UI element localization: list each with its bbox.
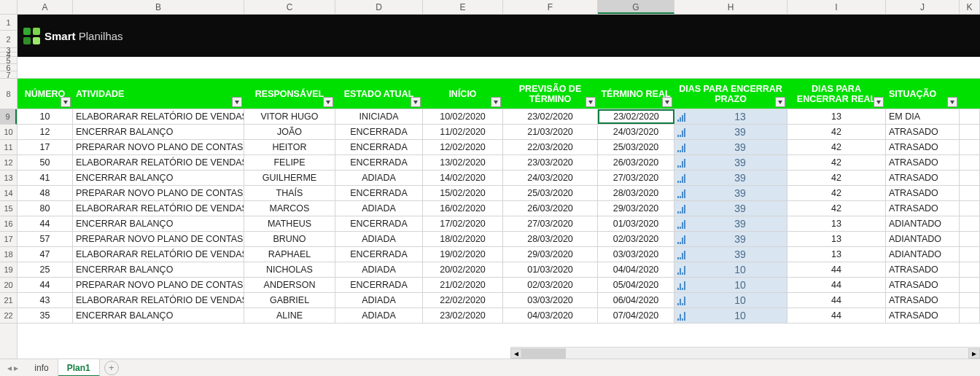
cell-inicio[interactable]: 23/02/2020: [423, 308, 503, 323]
cell-responsavel[interactable]: GABRIEL: [244, 293, 335, 308]
row-header-17[interactable]: 17: [0, 232, 17, 247]
cell-dias-real[interactable]: 13: [788, 109, 886, 124]
column-header-A[interactable]: A: [18, 0, 73, 14]
row-header-13[interactable]: 13: [0, 171, 17, 186]
cell-responsavel[interactable]: ALINE: [244, 308, 335, 323]
filter-icon[interactable]: [61, 97, 71, 107]
cell-dias-prazo[interactable]: 10: [674, 308, 788, 323]
horizontal-scrollbar[interactable]: ◂ ▸: [510, 347, 980, 359]
cell-numero[interactable]: 44: [18, 216, 73, 231]
cell-dias-real[interactable]: 44: [788, 308, 886, 323]
tab-info[interactable]: info: [26, 359, 58, 377]
cell-responsavel[interactable]: GUILHERME: [244, 171, 335, 185]
cell-termino[interactable]: 07/04/2020: [598, 308, 674, 323]
cell-previsao[interactable]: 24/03/2020: [503, 171, 598, 185]
cell-termino[interactable]: 28/03/2020: [598, 186, 674, 200]
column-header-B[interactable]: B: [73, 0, 244, 14]
cell-inicio[interactable]: 20/02/2020: [423, 262, 503, 277]
cell-situacao[interactable]: ATRASADO: [886, 125, 960, 139]
col-header-estado[interactable]: ESTADO ATUAL: [335, 79, 423, 109]
cell-dias-real[interactable]: 42: [788, 186, 886, 200]
cell-estado[interactable]: ENCERRADA: [335, 216, 423, 231]
cell-empty[interactable]: [960, 155, 980, 170]
cell-termino[interactable]: 27/03/2020: [598, 171, 674, 185]
select-all-corner[interactable]: [0, 0, 18, 14]
cell-numero[interactable]: 50: [18, 155, 73, 170]
cell-inicio[interactable]: 19/02/2020: [423, 247, 503, 262]
add-sheet-button[interactable]: +: [104, 361, 119, 375]
cell-situacao[interactable]: ATRASADO: [886, 293, 960, 308]
cell-empty[interactable]: [960, 186, 980, 200]
cell-empty[interactable]: [960, 201, 980, 216]
column-header-H[interactable]: H: [674, 0, 788, 14]
cell-termino[interactable]: 25/03/2020: [598, 140, 674, 154]
cell-atividade[interactable]: ELABORARAR RELATÓRIO DE VENDAS: [73, 201, 244, 216]
cell-termino[interactable]: 05/04/2020: [598, 278, 674, 292]
cell-responsavel[interactable]: RAPHAEL: [244, 247, 335, 262]
cell-atividade[interactable]: ENCERRAR BALANÇO: [73, 216, 244, 231]
cell-dias-prazo[interactable]: 39: [674, 155, 788, 170]
row-header-15[interactable]: 15: [0, 201, 17, 216]
cell-situacao[interactable]: ATRASADO: [886, 262, 960, 277]
cell-dias-prazo[interactable]: 10: [674, 262, 788, 277]
cell-numero[interactable]: 35: [18, 308, 73, 323]
row-header-19[interactable]: 19: [0, 262, 17, 278]
cell-estado[interactable]: INICIADA: [335, 109, 423, 124]
row-header-21[interactable]: 21: [0, 293, 17, 308]
cell-empty[interactable]: [960, 278, 980, 292]
cell-termino[interactable]: 24/03/2020: [598, 125, 674, 139]
cell-situacao[interactable]: ADIANTADO: [886, 247, 960, 262]
row-header-14[interactable]: 14: [0, 186, 17, 201]
cell-estado[interactable]: ENCERRADA: [335, 155, 423, 170]
cell-empty[interactable]: [960, 171, 980, 185]
cell-atividade[interactable]: ELABORARAR RELATÓRIO DE VENDAS: [73, 155, 244, 170]
cell-numero[interactable]: 47: [18, 247, 73, 262]
cell-situacao[interactable]: ATRASADO: [886, 140, 960, 154]
cell-responsavel[interactable]: VITOR HUGO: [244, 109, 335, 124]
cell-dias-prazo[interactable]: 10: [674, 293, 788, 308]
filter-icon[interactable]: [775, 97, 785, 107]
cell-atividade[interactable]: ELABORARAR RELATÓRIO DE VENDAS: [73, 247, 244, 262]
cell-dias-prazo[interactable]: 39: [674, 216, 788, 231]
cell-empty[interactable]: [960, 125, 980, 139]
cell-situacao[interactable]: ATRASADO: [886, 278, 960, 292]
cell-numero[interactable]: 48: [18, 186, 73, 200]
cell-numero[interactable]: 57: [18, 232, 73, 246]
cell-dias-prazo[interactable]: 10: [674, 278, 788, 292]
cell-estado[interactable]: ENCERRADA: [335, 140, 423, 154]
cell-inicio[interactable]: 11/02/2020: [423, 125, 503, 139]
cell-previsao[interactable]: 22/03/2020: [503, 140, 598, 154]
cell-empty[interactable]: [960, 247, 980, 262]
filter-icon[interactable]: [874, 97, 884, 107]
column-header-F[interactable]: F: [503, 0, 598, 14]
cell-numero[interactable]: 10: [18, 109, 73, 124]
cell-numero[interactable]: 80: [18, 201, 73, 216]
cell-responsavel[interactable]: HEITOR: [244, 140, 335, 154]
cell-atividade[interactable]: ENCERRAR BALANÇO: [73, 262, 244, 277]
cell-empty[interactable]: [960, 216, 980, 231]
scroll-thumb[interactable]: [522, 348, 566, 359]
cell-empty[interactable]: [960, 262, 980, 277]
column-header-C[interactable]: C: [244, 0, 335, 14]
cell-estado[interactable]: ENCERRADA: [335, 278, 423, 292]
cell-previsao[interactable]: 23/03/2020: [503, 155, 598, 170]
cell-estado[interactable]: ENCERRADA: [335, 247, 423, 262]
cell-dias-prazo[interactable]: 39: [674, 232, 788, 246]
cell-atividade[interactable]: ENCERRAR BALANÇO: [73, 125, 244, 139]
cell-previsao[interactable]: 26/03/2020: [503, 201, 598, 216]
cell-empty[interactable]: [960, 232, 980, 246]
col-header-inicio[interactable]: INÍCIO: [423, 79, 503, 109]
cell-dias-prazo[interactable]: 39: [674, 201, 788, 216]
tab-plan1[interactable]: Plan1: [58, 359, 100, 377]
cell-termino[interactable]: 01/03/2020: [598, 216, 674, 231]
cell-inicio[interactable]: 17/02/2020: [423, 216, 503, 231]
filter-icon[interactable]: [586, 97, 596, 107]
cell-previsao[interactable]: 25/03/2020: [503, 186, 598, 200]
row-header-12[interactable]: 12: [0, 155, 17, 171]
cell-inicio[interactable]: 12/02/2020: [423, 140, 503, 154]
cell-inicio[interactable]: 14/02/2020: [423, 171, 503, 185]
cell-dias-prazo[interactable]: 13: [674, 109, 788, 124]
cell-estado[interactable]: ADIADA: [335, 171, 423, 185]
row-header-1[interactable]: 1: [0, 15, 17, 31]
cell-atividade[interactable]: PREPARAR NOVO PLANO DE CONTAS: [73, 140, 244, 154]
